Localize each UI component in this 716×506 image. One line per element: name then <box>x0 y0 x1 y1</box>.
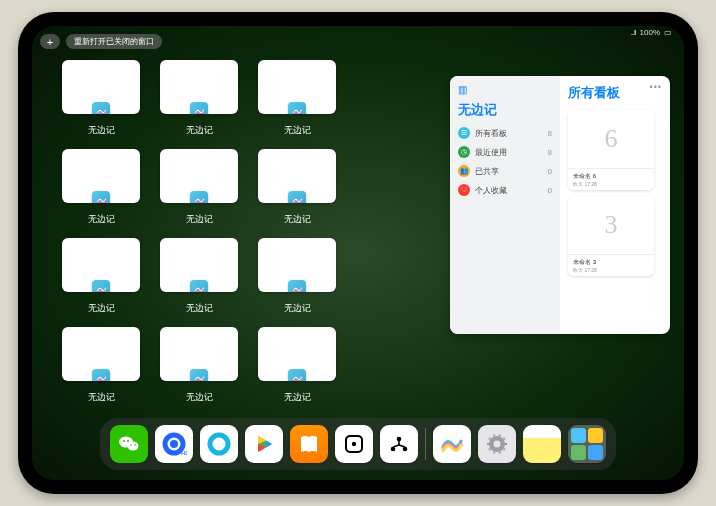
svg-point-16 <box>494 441 501 448</box>
freeform-app-icon <box>92 191 110 203</box>
board-meta: 未命名 6 昨天 17:28 <box>568 168 654 190</box>
new-window-button[interactable]: + <box>40 34 60 49</box>
svg-rect-23 <box>489 438 491 440</box>
window-thumb <box>160 149 238 203</box>
window-thumb <box>258 60 336 114</box>
freeform-app-icon <box>288 102 306 114</box>
dock-app-play[interactable] <box>245 425 283 463</box>
freeform-app-icon <box>190 369 208 381</box>
window-label: 无边记 <box>186 302 213 315</box>
window-card[interactable]: 无边记 <box>62 238 140 315</box>
svg-point-1 <box>128 442 139 451</box>
window-card[interactable]: 无边记 <box>160 327 238 404</box>
window-label: 无边记 <box>186 124 213 137</box>
window-card[interactable]: 无边记 <box>62 60 140 137</box>
window-card[interactable]: 无边记 <box>160 60 238 137</box>
dock-divider <box>425 428 426 460</box>
dock-app-notes[interactable] <box>523 425 561 463</box>
window-card[interactable]: 无边记 <box>160 149 238 226</box>
dock: HD <box>100 418 616 470</box>
window-label: 无边记 <box>186 213 213 226</box>
window-thumb <box>62 60 140 114</box>
window-thumb <box>160 238 238 292</box>
window-more-icon[interactable]: ••• <box>650 82 662 92</box>
freeform-window[interactable]: ••• ▥ 无边记 ☰ 所有看板 8◷ 最近使用 8👥 已共享 0♡ 个人收藏 … <box>450 76 670 334</box>
window-card[interactable]: 无边记 <box>258 327 336 404</box>
sidebar-item-count: 8 <box>548 129 552 138</box>
board-name: 未命名 3 <box>573 258 649 267</box>
sidebar-item[interactable]: 👥 已共享 0 <box>458 165 552 177</box>
dock-app-freeform[interactable] <box>433 425 471 463</box>
window-card[interactable]: 无边记 <box>62 149 140 226</box>
window-thumb <box>258 327 336 381</box>
panel-main-title: 所有看板 <box>568 84 662 102</box>
ipad-frame: ...ll 100% ▭ + 重新打开已关闭的窗口 无边记 无边记 无边记 <box>18 12 698 494</box>
sidebar-item-label: 个人收藏 <box>475 185 507 196</box>
window-thumb <box>62 238 140 292</box>
board-card[interactable]: 3 未命名 3 昨天 17:28 <box>568 196 654 276</box>
window-label: 无边记 <box>284 391 311 404</box>
panel-main: 所有看板 6 未命名 6 昨天 17:28 3 未命名 3 昨天 17:28 <box>560 76 670 334</box>
svg-point-5 <box>134 444 136 446</box>
sidebar-toggle-icon[interactable]: ▥ <box>458 84 552 95</box>
sidebar-item-count: 0 <box>548 186 552 195</box>
board-preview: 6 <box>568 110 654 168</box>
sidebar-item-count: 8 <box>548 148 552 157</box>
window-label: 无边记 <box>88 124 115 137</box>
svg-rect-18 <box>503 448 505 450</box>
dock-app-qqbrowser[interactable]: HD <box>155 425 193 463</box>
window-label: 无边记 <box>186 391 213 404</box>
dock-app-dice[interactable] <box>335 425 373 463</box>
dock-app-mind[interactable] <box>380 425 418 463</box>
window-thumb <box>160 60 238 114</box>
board-card[interactable]: 6 未命名 6 昨天 17:28 <box>568 110 654 190</box>
freeform-app-icon <box>190 191 208 203</box>
sidebar-item[interactable]: ◷ 最近使用 8 <box>458 146 552 158</box>
svg-point-12 <box>397 437 402 442</box>
window-label: 无边记 <box>284 302 311 315</box>
freeform-app-icon <box>190 102 208 114</box>
svg-point-7 <box>170 440 178 448</box>
sidebar-item-label: 最近使用 <box>475 147 507 158</box>
freeform-app-icon <box>288 369 306 381</box>
freeform-app-icon <box>92 102 110 114</box>
svg-point-2 <box>123 440 125 442</box>
freeform-app-icon <box>92 280 110 292</box>
screen: ...ll 100% ▭ + 重新打开已关闭的窗口 无边记 无边记 无边记 <box>32 26 684 480</box>
svg-point-4 <box>130 444 132 446</box>
sidebar-item[interactable]: ☰ 所有看板 8 <box>458 127 552 139</box>
board-time: 昨天 17:28 <box>573 267 649 273</box>
svg-rect-24 <box>493 434 495 436</box>
freeform-app-icon <box>190 280 208 292</box>
svg-point-13 <box>391 447 396 452</box>
window-label: 无边记 <box>88 391 115 404</box>
window-label: 无边记 <box>284 213 311 226</box>
board-preview: 3 <box>568 196 654 254</box>
board-time: 昨天 17:28 <box>573 181 649 187</box>
dock-app-wechat[interactable] <box>110 425 148 463</box>
top-controls: + 重新打开已关闭的窗口 <box>40 34 162 49</box>
window-card[interactable]: 无边记 <box>160 238 238 315</box>
svg-text:HD: HD <box>181 450 187 456</box>
dock-app-settings[interactable] <box>478 425 516 463</box>
window-card[interactable]: 无边记 <box>62 327 140 404</box>
window-thumb <box>258 238 336 292</box>
dock-app-library[interactable] <box>568 425 606 463</box>
sidebar-item-icon: ◷ <box>458 146 470 158</box>
sidebar-item-icon: ♡ <box>458 184 470 196</box>
signal-icon: ...ll <box>630 28 635 37</box>
status-bar: ...ll 100% ▭ <box>630 28 672 37</box>
window-card[interactable]: 无边记 <box>258 149 336 226</box>
dock-app-books[interactable] <box>290 425 328 463</box>
window-label: 无边记 <box>88 302 115 315</box>
window-card[interactable]: 无边记 <box>258 60 336 137</box>
sidebar-item[interactable]: ♡ 个人收藏 0 <box>458 184 552 196</box>
reopen-closed-window-button[interactable]: 重新打开已关闭的窗口 <box>66 34 162 49</box>
window-card[interactable]: 无边记 <box>258 238 336 315</box>
svg-rect-20 <box>493 452 495 454</box>
svg-rect-17 <box>505 443 507 445</box>
battery-label: 100% <box>640 28 660 37</box>
svg-rect-22 <box>487 443 489 445</box>
dock-app-quark[interactable] <box>200 425 238 463</box>
board-name: 未命名 6 <box>573 172 649 181</box>
